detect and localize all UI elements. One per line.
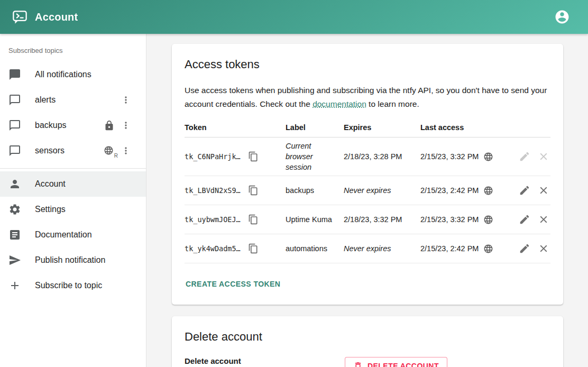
send-icon: [8, 254, 21, 267]
nav-label: Subscribe to topic: [35, 281, 137, 290]
token-row: tk_uybwmJOEJ… Uptime Kuma 2/18/23, 3:32 …: [185, 205, 550, 234]
reserved-globe-icon: R: [104, 145, 115, 157]
edit-token-icon[interactable]: [519, 151, 530, 162]
person-icon: [8, 178, 21, 190]
sidebar-item-documentation[interactable]: Documentation: [0, 222, 146, 247]
token-label: automations: [286, 243, 344, 254]
gear-icon: [8, 203, 21, 216]
topic-label: alerts: [35, 95, 121, 105]
sidebar-topic-item[interactable]: sensors R: [0, 138, 146, 163]
create-access-token-button[interactable]: CREATE ACCESS TOKEN: [181, 276, 284, 292]
token-row: tk_C6NPaHrjk… Current browser session 2/…: [185, 137, 550, 176]
column-last-access: Last access: [420, 123, 508, 132]
topic-menu-icon[interactable]: [121, 118, 131, 133]
chat-bubble-filled-icon: [8, 68, 21, 81]
access-tokens-card: Access tokens Use access tokens when pub…: [172, 44, 563, 305]
token-value: tk_LBVdN2xS9…: [185, 186, 241, 195]
token-value: tk_yk4wDadm5…: [185, 244, 241, 253]
app-bar: Account: [0, 0, 588, 34]
token-expires: Never expires: [344, 244, 420, 253]
delete-token-icon[interactable]: [538, 151, 549, 162]
nav-label: Account: [35, 179, 137, 189]
subscribed-topics-label: Subscribed topics: [8, 47, 137, 54]
token-last-access: 2/15/23, 2:42 PM: [420, 244, 479, 253]
chat-bubble-outline-icon: [8, 119, 21, 132]
token-row: tk_LBVdN2xS9… backups Never expires 2/15…: [185, 176, 550, 205]
topic-menu-icon[interactable]: [121, 93, 131, 107]
sidebar-item-publish-notification[interactable]: Publish notification: [0, 247, 146, 273]
delete-account-row-label: Delete account: [185, 356, 345, 365]
copy-icon[interactable]: [248, 214, 259, 225]
token-table-body: tk_C6NPaHrjk… Current browser session 2/…: [185, 137, 550, 263]
nav-label: Publish notification: [35, 255, 137, 265]
nav-label: Settings: [35, 205, 137, 214]
delete-token-icon[interactable]: [538, 214, 549, 225]
globe-icon: [483, 152, 493, 162]
delete-token-icon[interactable]: [538, 185, 549, 196]
trash-icon: [353, 361, 363, 367]
document-icon: [8, 228, 21, 241]
token-value: tk_C6NPaHrjk…: [185, 152, 241, 161]
token-expires: 2/18/23, 3:28 PM: [344, 152, 420, 161]
globe-icon: [483, 186, 493, 196]
edit-token-icon[interactable]: [519, 214, 530, 225]
nav-list: Account Settings Documentation Publish n…: [0, 171, 146, 298]
nav-label: Documentation: [35, 230, 137, 240]
lock-icon: [104, 120, 115, 131]
topic-label: backups: [35, 121, 104, 130]
token-row: tk_yk4wDadm5… automations Never expires …: [185, 234, 550, 263]
plus-icon: [8, 279, 21, 292]
copy-icon[interactable]: [248, 151, 259, 162]
reserved-access-label: R: [114, 153, 118, 159]
topic-menu-icon[interactable]: [121, 143, 131, 158]
delete-account-card: Delete account Delete account Permanentl…: [172, 316, 563, 367]
copy-icon[interactable]: [248, 185, 259, 196]
chat-bubble-outline-icon: [8, 94, 21, 106]
delete-account-row: Delete account Permanently delete your a…: [185, 356, 550, 367]
sidebar-item-subscribe-to-topic[interactable]: Subscribe to topic: [0, 273, 146, 298]
column-token: Token: [185, 123, 286, 132]
token-last-access: 2/15/23, 3:32 PM: [420, 215, 479, 224]
token-label: Uptime Kuma: [286, 214, 344, 225]
sidebar: Subscribed topics All notifications aler…: [0, 34, 146, 367]
token-expires: Never expires: [344, 186, 420, 195]
chat-bubble-outline-icon: [8, 144, 21, 157]
sidebar-topic-item[interactable]: backups: [0, 113, 146, 138]
account-circle-icon[interactable]: [554, 9, 570, 25]
ntfy-logo-icon: [12, 9, 28, 25]
token-last-access: 2/15/23, 2:42 PM: [420, 186, 479, 195]
documentation-link[interactable]: documentation: [313, 99, 366, 108]
copy-icon[interactable]: [248, 243, 259, 254]
column-expires: Expires: [344, 123, 420, 132]
token-value: tk_uybwmJOEJ…: [185, 215, 241, 224]
token-last-access: 2/15/23, 3:32 PM: [420, 152, 479, 161]
token-label: Current browser session: [286, 141, 344, 172]
sidebar-item-account[interactable]: Account: [0, 171, 146, 197]
topic-label: All notifications: [35, 70, 137, 79]
access-tokens-description: Use access tokens when publishing and su…: [185, 84, 550, 111]
main-content: Access tokens Use access tokens when pub…: [147, 34, 588, 367]
delete-account-button[interactable]: DELETE ACCOUNT: [345, 357, 447, 367]
token-table-header: Token Label Expires Last access: [185, 120, 550, 137]
column-label: Label: [286, 123, 344, 132]
topic-list: All notifications alerts backups sensors…: [0, 62, 146, 163]
delete-account-title: Delete account: [185, 329, 550, 345]
token-label: backups: [286, 185, 344, 196]
globe-icon: [483, 244, 493, 254]
page-title: Account: [35, 11, 78, 23]
sidebar-item-settings[interactable]: Settings: [0, 197, 146, 222]
topic-label: sensors: [35, 146, 104, 155]
delete-token-icon[interactable]: [538, 243, 549, 254]
edit-token-icon[interactable]: [519, 185, 530, 196]
sidebar-divider: [0, 168, 146, 169]
access-tokens-title: Access tokens: [185, 57, 550, 72]
token-table: Token Label Expires Last access tk_C6NPa…: [185, 120, 550, 263]
sidebar-topic-item[interactable]: alerts: [0, 87, 146, 113]
token-expires: 2/18/23, 3:32 PM: [344, 215, 420, 224]
globe-icon: [483, 215, 493, 225]
sidebar-topic-item[interactable]: All notifications: [0, 62, 146, 87]
edit-token-icon[interactable]: [519, 243, 530, 254]
